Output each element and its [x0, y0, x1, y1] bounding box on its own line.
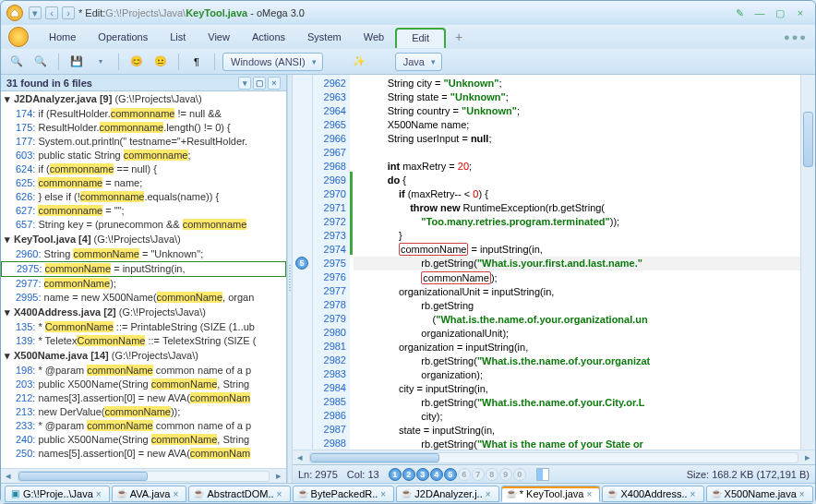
bookmark-gutter[interactable]: 5 — [293, 75, 313, 450]
bookmark-4[interactable]: 4 — [430, 468, 443, 481]
tab-close-icon[interactable]: × — [690, 489, 700, 498]
ehscroll-thumb[interactable] — [310, 453, 439, 462]
menu-list[interactable]: List — [159, 28, 197, 46]
file-tab[interactable]: ▣G:\!Proje..\Java× — [5, 486, 110, 502]
result-line[interactable]: 657: String key = (prunecommon && common… — [1, 218, 286, 232]
ehscroll-right-icon[interactable]: ▸ — [800, 451, 815, 464]
bookmark-3[interactable]: 3 — [416, 468, 429, 481]
menu-actions[interactable]: Actions — [241, 28, 296, 46]
result-file-header[interactable]: ▾J2DAnalyzer.java [9] (G:\!Projects\Java… — [1, 91, 286, 107]
titlebar-nav-fwd-icon[interactable]: › — [62, 6, 75, 19]
result-line[interactable]: 2977: commonName); — [1, 277, 286, 291]
file-tab[interactable]: ☕AbstractDOM..× — [188, 486, 290, 502]
result-line[interactable]: 626: } else if (!commonname.equals(name)… — [1, 190, 286, 204]
minimize-button[interactable]: — — [750, 6, 769, 20]
file-tab[interactable]: ☕AVA.java× — [112, 486, 187, 502]
tab-close-icon[interactable]: × — [586, 489, 595, 498]
bookmark-8[interactable]: 8 — [486, 468, 498, 481]
tab-close-icon[interactable]: × — [799, 489, 809, 498]
result-line[interactable]: 135: * CommonName ::= PrintableString (S… — [1, 320, 286, 334]
panel-max-icon[interactable]: ▢ — [253, 77, 266, 90]
result-line[interactable]: 250: names[5].assertion[0] = new AVA(com… — [1, 447, 286, 461]
result-line[interactable]: 603: public static String commonname; — [1, 149, 286, 162]
titlebar-nav-back-icon[interactable]: ‹ — [45, 6, 58, 19]
menu-new-tab[interactable]: + — [446, 26, 472, 48]
encoding-combo[interactable]: Windows (ANSI) — [222, 53, 323, 71]
menu-view[interactable]: View — [197, 28, 241, 46]
editor-vscroll[interactable] — [800, 75, 815, 450]
tab-close-icon[interactable]: × — [96, 489, 105, 498]
bookmark-2[interactable]: 2 — [402, 468, 415, 481]
magic-wand-icon[interactable]: ✨ — [349, 52, 369, 72]
search-results-list[interactable]: ▾J2DAnalyzer.java [9] (G:\!Projects\Java… — [1, 91, 286, 468]
maximize-button[interactable]: ▢ — [771, 6, 789, 20]
result-line[interactable]: 198: * @param commonName common name of … — [1, 364, 286, 378]
menu-system[interactable]: System — [296, 28, 353, 46]
save-dropdown-icon[interactable]: ▾ — [90, 52, 111, 72]
emoji1-icon[interactable]: 😊 — [126, 52, 147, 72]
result-line[interactable]: 213: new DerValue(commonName)); — [1, 405, 286, 419]
split-view-icon[interactable] — [536, 468, 549, 481]
result-line[interactable]: 177: System.out.println(" testname="+Res… — [1, 135, 286, 149]
tab-close-icon[interactable]: × — [277, 489, 286, 498]
file-tab[interactable]: ☕BytePackedR..× — [293, 486, 395, 502]
result-line[interactable]: 233: * @param commonName common name of … — [1, 419, 286, 433]
bookmark-0[interactable]: 0 — [513, 468, 526, 481]
menu-edit[interactable]: Edit — [395, 28, 446, 48]
bookmark-5[interactable]: 5 — [444, 468, 457, 481]
file-tab[interactable]: ☕J2DAnalyzer.j..× — [396, 486, 498, 502]
menu-home[interactable]: Home — [38, 28, 87, 46]
result-line[interactable]: 212: names[3].assertion[0] = new AVA(com… — [1, 391, 286, 405]
file-tab[interactable]: ☕* KeyTool.java× — [501, 486, 601, 502]
java-file-icon: ☕ — [606, 488, 618, 499]
find-replace-icon[interactable]: 🔍 — [30, 52, 51, 72]
editor-hscroll[interactable]: ◂ ▸ — [293, 450, 815, 464]
menu-operations[interactable]: Operations — [87, 28, 159, 46]
bookmark-1[interactable]: 1 — [389, 468, 402, 481]
ehscroll-left-icon[interactable]: ◂ — [293, 451, 307, 464]
paragraph-icon[interactable]: ¶ — [186, 52, 207, 72]
hscroll-right-icon[interactable]: ▸ — [271, 470, 286, 483]
code-area[interactable]: String city = "Unknown"; String state = … — [354, 75, 800, 450]
file-tab[interactable]: ☕X500Name.java× — [706, 486, 813, 502]
tab-close-icon[interactable]: × — [486, 489, 495, 498]
result-line[interactable]: 174: if (ResultHolder.commonname != null… — [1, 107, 286, 121]
statusbar: Ln: 2975 Col: 13 1234567890 Size: 168.2 … — [293, 464, 815, 483]
line-number-gutter[interactable]: 2962296329642965296629672968296929702971… — [313, 75, 350, 450]
hscroll-left-icon[interactable]: ◂ — [1, 470, 16, 483]
file-tab[interactable]: ☕X400Address..× — [602, 486, 703, 502]
bookmark-7[interactable]: 7 — [472, 468, 485, 481]
titlebar-pencil-icon[interactable]: ✎ — [730, 6, 749, 20]
result-line[interactable]: 625: commonname = name; — [1, 176, 286, 190]
result-line[interactable]: 2960: String commonName = "Unknown"; — [1, 247, 286, 261]
hscroll-thumb[interactable] — [18, 472, 148, 481]
titlebar-doc-icon[interactable]: ▾ — [29, 6, 42, 19]
save-icon[interactable]: 💾 — [66, 52, 87, 72]
result-line[interactable]: 2995: name = new X500Name(commonName, or… — [1, 291, 286, 305]
result-file-header[interactable]: ▾X400Address.java [2] (G:\!Projects\Java… — [1, 305, 286, 320]
result-line[interactable]: 203: public X500Name(String commonName, … — [1, 378, 286, 391]
result-file-header[interactable]: ▾X500Name.java [14] (G:\!Projects\Java\) — [1, 348, 286, 364]
close-button[interactable]: × — [791, 6, 810, 20]
language-combo[interactable]: Java — [395, 53, 442, 71]
vscroll-thumb[interactable] — [803, 112, 813, 167]
bookmark-6[interactable]: 6 — [458, 468, 471, 481]
menu-web[interactable]: Web — [353, 28, 395, 46]
tab-close-icon[interactable]: × — [173, 489, 182, 498]
result-line[interactable]: 139: * TeletexCommonName ::= TeletexStri… — [1, 334, 286, 348]
result-line[interactable]: 175: ResultHolder.commonname.length() !=… — [1, 121, 286, 135]
result-line[interactable]: 240: public X500Name(String commonName, … — [1, 433, 286, 447]
emoji2-icon[interactable]: 😐 — [150, 52, 171, 72]
menu-overflow[interactable]: ●●● — [784, 31, 808, 42]
find-icon[interactable]: 🔍 — [6, 52, 27, 72]
result-file-header[interactable]: ▾KeyTool.java [4] (G:\!Projects\Java\) — [1, 232, 286, 247]
bookmark-marker[interactable]: 5 — [295, 257, 308, 270]
left-hscroll[interactable]: ◂ ▸ — [1, 468, 286, 483]
panel-close-icon[interactable]: × — [268, 77, 281, 90]
result-line[interactable]: 2975: commonName = inputString(in, — [1, 261, 286, 277]
bookmark-9[interactable]: 9 — [499, 468, 512, 481]
tab-close-icon[interactable]: × — [380, 489, 390, 498]
panel-menu-icon[interactable]: ▾ — [238, 77, 251, 90]
result-line[interactable]: 624: if (commonname == null) { — [1, 162, 286, 176]
result-line[interactable]: 627: commonname = ""; — [1, 204, 286, 218]
